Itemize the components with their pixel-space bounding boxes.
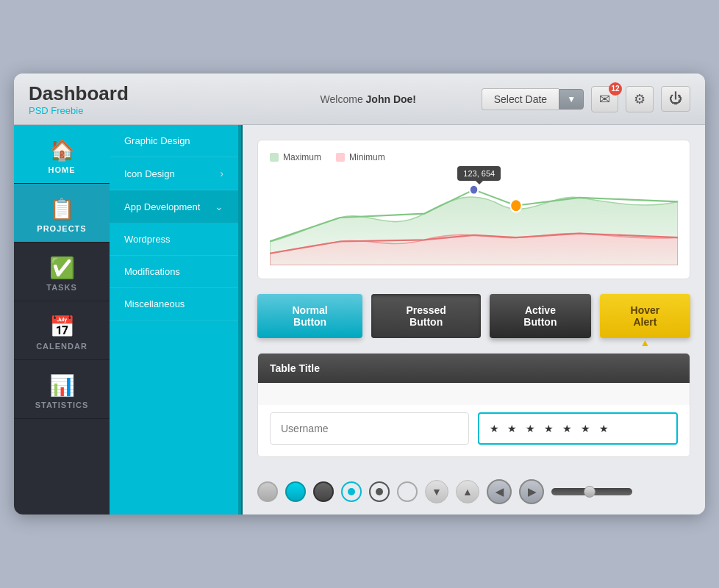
radio-ring-1[interactable] [341,481,362,502]
chart-container: Maximum Minimum 123, 654 [257,140,690,279]
sidebar-item-statistics[interactable]: 📊 STATISTICS [14,360,110,419]
submenu: Graphic Design Icon Design › App Develop… [110,125,238,514]
chart-svg [270,170,678,265]
chart-legend: Maximum Minimum [270,152,678,162]
sidebar-item-projects[interactable]: 📋 PROJECTS [14,184,110,243]
submenu-label-icon-design: Icon Design [124,168,175,179]
table-inputs [258,405,690,456]
legend-label-maximum: Maximum [283,152,321,162]
ctrl-btn-up[interactable]: ▲ [456,480,479,503]
brand: Dashboard PSD Freebie [29,82,255,116]
date-select-wrapper: Select Date ▼ [482,88,584,110]
submenu-item-graphic-design[interactable]: Graphic Design [110,125,238,157]
app-title: Dashboard [29,82,255,105]
buttons-row: Normal Button Pressed Button Active Butt… [257,294,690,338]
sidebar-label-projects: PROJECTS [37,224,86,233]
sidebar-label-statistics: STATISTICS [35,401,89,409]
power-button[interactable]: ⏻ [661,86,690,112]
hover-alert-button[interactable]: Hover Alert [600,294,690,338]
welcome-text: Welcome [321,93,366,105]
svg-point-1 [510,199,521,212]
table-body [258,383,690,405]
projects-icon: 📋 [49,197,75,221]
submenu-item-miscellaneous[interactable]: Miscellaneous [110,288,238,320]
sidebar-label-home: HOME [49,165,76,174]
sidebar: 🏠 HOME 📋 PROJECTS ✅ TASKS 📅 CALENDAR 📊 S… [14,125,110,514]
app-container: Dashboard PSD Freebie Welcome John Doe! … [14,74,705,514]
radio-button-3[interactable] [313,481,334,502]
sidebar-item-calendar[interactable]: 📅 CALENDAR [14,301,110,360]
submenu-label-modifications: Modifications [124,266,180,277]
mail-button[interactable]: ✉ 12 [591,86,618,112]
settings-button[interactable]: ⚙ [626,86,654,112]
radio-button-2[interactable] [285,481,306,502]
app-subtitle: PSD Freebie [29,105,255,116]
chart-area: 123, 654 [270,170,678,265]
submenu-label-wordpress: Wordpress [124,234,171,245]
pressed-button[interactable]: Pressed Button [371,294,481,338]
username-input[interactable] [270,412,469,445]
tasks-icon: ✅ [49,256,75,280]
radio-ring-inner-1 [348,488,355,495]
submenu-item-modifications[interactable]: Modifications [110,256,238,288]
welcome-message: Welcome John Doe! [255,93,482,105]
legend-label-minimum: Minimum [349,152,385,162]
radio-ring-inner-2 [376,488,383,495]
legend-dot-maximum [270,153,279,162]
submenu-item-wordpress[interactable]: Wordpress [110,223,238,256]
svg-point-0 [470,185,478,195]
radio-ring-2[interactable] [369,481,390,502]
radio-button-1[interactable] [257,481,278,502]
slider-thumb[interactable] [584,486,595,498]
password-input[interactable] [478,412,679,445]
submenu-arrow-icon-design: › [220,168,223,179]
active-button[interactable]: Active Button [490,294,591,338]
sidebar-item-tasks[interactable]: ✅ TASKS [14,243,110,301]
submenu-label-app-development: App Development [124,201,200,212]
app-body: 🏠 HOME 📋 PROJECTS ✅ TASKS 📅 CALENDAR 📊 S… [14,125,705,514]
welcome-user: John Doe! [366,93,416,105]
legend-maximum: Maximum [270,152,321,162]
home-icon: 🏠 [49,138,75,162]
mail-badge: 12 [609,82,622,96]
submenu-item-app-development[interactable]: App Development ⌄ [110,190,238,223]
header: Dashboard PSD Freebie Welcome John Doe! … [14,74,705,125]
sidebar-label-tasks: TASKS [46,283,76,292]
date-select-arrow-button[interactable]: ▼ [559,89,584,110]
chart-tooltip: 123, 654 [457,166,501,181]
submenu-item-icon-design[interactable]: Icon Design › [110,157,238,190]
submenu-arrow-app-development: ⌄ [215,201,223,212]
sidebar-item-home[interactable]: 🏠 HOME [14,125,110,184]
submenu-label-miscellaneous: Miscellaneous [124,298,185,309]
header-controls: Select Date ▼ ✉ 12 ⚙ ⏻ [482,86,690,112]
table-section: Table Title [257,353,690,457]
radio-ring-3[interactable] [397,481,418,502]
ctrl-btn-down[interactable]: ▼ [425,480,448,503]
calendar-icon: 📅 [49,315,75,339]
slider-track[interactable] [551,488,632,495]
submenu-label-graphic-design: Graphic Design [124,135,190,146]
nav-btn-prev[interactable]: ◀ [487,479,512,504]
statistics-icon: 📊 [49,373,75,398]
normal-button[interactable]: Normal Button [257,294,362,338]
main-content: Maximum Minimum 123, 654 [243,125,705,514]
date-select-button[interactable]: Select Date [482,88,559,110]
table-title-bar: Table Title [258,354,690,383]
legend-dot-minimum [336,153,345,162]
sidebar-label-calendar: CALENDAR [36,342,87,351]
controls-row: ▼ ▲ ◀ ▶ [257,472,690,504]
legend-minimum: Minimum [336,152,385,162]
submenu-divider [238,125,243,514]
nav-btn-next[interactable]: ▶ [519,479,544,504]
